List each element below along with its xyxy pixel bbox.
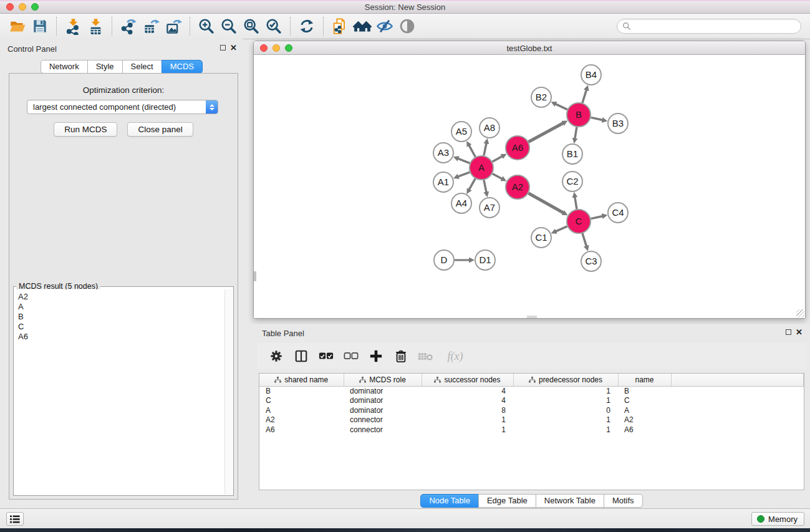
column-header-mcds-role[interactable]: MCDS role <box>344 374 422 386</box>
table-cell[interactable]: B <box>259 386 344 396</box>
tab-network-table[interactable]: Network Table <box>536 494 604 508</box>
table-cell[interactable]: A6 <box>259 425 344 435</box>
zoom-selected-button[interactable] <box>263 16 285 37</box>
table-cell[interactable]: A <box>259 405 344 415</box>
table-cell[interactable]: 0 <box>513 405 618 415</box>
column-header-shared-name[interactable]: shared name <box>259 374 344 386</box>
close-panel-button[interactable]: Close panel <box>127 122 193 137</box>
graph-node-A7[interactable]: A7 <box>480 198 499 218</box>
mcds-result-item[interactable]: A2 <box>18 292 221 302</box>
edge-B-B3[interactable] <box>591 117 603 120</box>
table-cell[interactable]: C <box>618 396 671 406</box>
graph-node-D[interactable]: D <box>434 250 454 270</box>
tab-select[interactable]: Select <box>122 60 162 74</box>
edge-C-C2[interactable] <box>575 197 577 210</box>
edge-A-A8[interactable] <box>484 143 486 155</box>
table-row[interactable]: Bdominator41B <box>259 386 804 396</box>
unselect-all-columns-button[interactable] <box>342 347 360 365</box>
zoom-in-button[interactable] <box>195 16 218 37</box>
result-list-scrollbar[interactable] <box>224 289 233 495</box>
search-box[interactable] <box>617 19 801 34</box>
search-input[interactable] <box>631 21 796 32</box>
graph-node-B4[interactable]: B4 <box>581 65 601 85</box>
import-table-button[interactable] <box>84 16 107 37</box>
graph-node-A5[interactable]: A5 <box>451 122 471 142</box>
table-cell[interactable]: 1 <box>422 425 513 435</box>
graph-node-C2[interactable]: C2 <box>562 172 582 191</box>
table-row[interactable]: Cdominator41C <box>259 396 804 406</box>
table-row[interactable]: A6connector11A6 <box>259 425 804 435</box>
mcds-result-list[interactable]: A2ABCA6 <box>14 289 224 495</box>
edge-A6-B[interactable] <box>529 123 564 142</box>
table-cell[interactable]: 8 <box>422 405 513 415</box>
tab-edge-table[interactable]: Edge Table <box>478 494 536 508</box>
export-network-button[interactable] <box>117 16 140 37</box>
export-table-button[interactable] <box>140 16 162 37</box>
graph-node-C1[interactable]: C1 <box>531 228 551 248</box>
close-table-panel-icon[interactable]: ✕ <box>796 329 803 335</box>
window-resize-grip[interactable] <box>796 309 804 317</box>
mcds-result-item[interactable]: A6 <box>18 332 221 342</box>
mcds-result-item[interactable]: B <box>18 312 221 322</box>
save-session-button[interactable] <box>29 16 51 37</box>
table-cell[interactable]: C <box>259 396 344 406</box>
tab-mcds[interactable]: MCDS <box>162 60 203 74</box>
table-cell[interactable]: 4 <box>422 396 513 406</box>
run-mcds-button[interactable]: Run MCDS <box>54 122 117 137</box>
zoom-fit-button[interactable] <box>240 16 263 37</box>
table-cell[interactable]: dominator <box>344 396 422 406</box>
edge-C-C1[interactable] <box>556 226 567 231</box>
edge-B-B1[interactable] <box>575 127 577 139</box>
tab-network[interactable]: Network <box>41 60 88 74</box>
edge-A-A5[interactable] <box>469 145 475 157</box>
graph-node-A1[interactable]: A1 <box>433 172 453 192</box>
column-header-successor-nodes[interactable]: successor nodes <box>422 374 513 386</box>
first-neighbors-button[interactable] <box>351 16 374 37</box>
show-hidden-button[interactable] <box>396 16 418 37</box>
graph-node-C4[interactable]: C4 <box>608 203 628 223</box>
tab-node-table[interactable]: Node Table <box>420 494 479 508</box>
canvas-vertical-scroll-mark[interactable] <box>254 271 256 281</box>
optimization-criterion-select[interactable]: largest connected component (directed) <box>27 100 218 114</box>
edge-A-A4[interactable] <box>469 178 475 190</box>
edge-C-C4[interactable] <box>591 216 603 218</box>
graph-node-A2[interactable]: A2 <box>506 175 529 199</box>
task-history-button[interactable] <box>6 512 24 526</box>
graph-node-A4[interactable]: A4 <box>451 193 471 213</box>
memory-button[interactable]: Memory <box>751 512 804 526</box>
graph-node-B3[interactable]: B3 <box>608 114 628 133</box>
edge-A-A6[interactable] <box>493 157 503 162</box>
edge-A-A3[interactable] <box>458 158 470 163</box>
table-cell[interactable]: 1 <box>513 386 618 396</box>
canvas-horizontal-scroll-mark[interactable] <box>527 316 537 318</box>
edge-B-B4[interactable] <box>582 90 587 103</box>
select-all-columns-button[interactable] <box>317 347 335 365</box>
export-image-button[interactable] <box>162 16 185 37</box>
graph-node-A[interactable]: A <box>470 156 493 180</box>
delete-table-button[interactable] <box>417 347 435 365</box>
table-cell[interactable]: B <box>618 386 671 396</box>
float-table-panel-icon[interactable] <box>786 329 791 335</box>
node-table[interactable]: shared nameMCDS rolesuccessor nodesprede… <box>259 374 804 435</box>
add-column-button[interactable] <box>367 347 385 365</box>
mcds-result-item[interactable]: C <box>18 322 221 332</box>
zoom-out-button[interactable] <box>218 16 240 37</box>
open-session-button[interactable] <box>6 16 29 37</box>
edge-B-B2[interactable] <box>556 104 567 110</box>
graph-node-A6[interactable]: A6 <box>506 136 529 160</box>
network-graph[interactable]: B4B2BB3A8A5A6A3B1AA1C2A2A4A7C4CC1C3DD1 <box>254 55 805 318</box>
graph-node-D1[interactable]: D1 <box>475 250 495 270</box>
network-canvas[interactable]: B4B2BB3A8A5A6A3B1AA1C2A2A4A7C4CC1C3DD1 <box>254 55 805 318</box>
table-cell[interactable]: A2 <box>618 415 671 425</box>
graph-node-C3[interactable]: C3 <box>581 251 601 271</box>
table-cell[interactable]: 1 <box>422 415 513 425</box>
table-settings-button[interactable] <box>267 347 286 365</box>
graph-node-A3[interactable]: A3 <box>433 143 453 163</box>
mcds-result-item[interactable]: A <box>18 302 221 312</box>
graph-node-A8[interactable]: A8 <box>480 118 499 138</box>
table-cell[interactable]: A2 <box>259 415 344 425</box>
table-row[interactable]: Adominator80A <box>259 405 804 415</box>
column-header-predecessor-nodes[interactable]: predecessor nodes <box>513 374 618 386</box>
table-cell[interactable]: connector <box>344 415 422 425</box>
table-row[interactable]: A2connector11A2 <box>259 415 804 425</box>
